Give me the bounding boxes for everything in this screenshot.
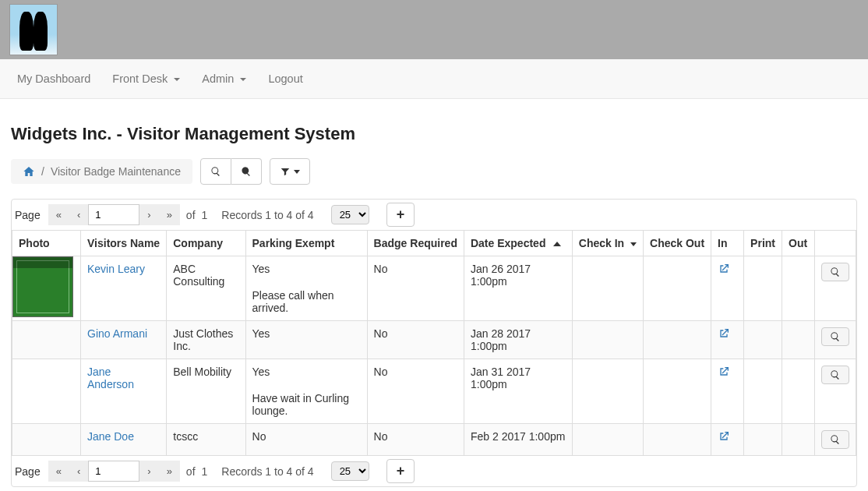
cell-check-out (644, 321, 711, 359)
cell-visitor-name: Kevin Leary (81, 256, 167, 321)
filter-button[interactable] (270, 158, 310, 185)
cell-company: tcscc (167, 424, 245, 456)
header-bar (0, 0, 868, 59)
col-visitors-name[interactable]: Visitors Name (81, 231, 167, 256)
pager-first-button[interactable]: « (48, 204, 69, 225)
cell-check-in (572, 321, 643, 359)
col-company[interactable]: Company (167, 231, 245, 256)
plus-icon: + (397, 207, 405, 222)
cell-badge-required: No (367, 321, 464, 359)
check-in-action-icon[interactable] (718, 327, 730, 340)
sort-asc-icon (553, 242, 561, 246)
cell-print (744, 321, 782, 359)
cell-out (782, 359, 815, 424)
chevron-down-icon (294, 170, 300, 174)
cell-check-in (572, 424, 643, 456)
pager-records-info: Records 1 to 4 of 4 (221, 209, 313, 221)
cell-in (711, 256, 744, 321)
col-check-in-label: Check In (579, 237, 624, 249)
cell-print (744, 424, 782, 456)
home-icon[interactable] (23, 165, 35, 178)
parking-exempt-value: Yes (252, 327, 361, 340)
cell-badge-required: No (367, 359, 464, 424)
page-title: Widgets Inc. - Visitor Management System (11, 124, 857, 144)
pager-total-prefix: of (186, 209, 196, 221)
pager-controls-bottom: « ‹ › » (48, 461, 180, 482)
view-detail-button[interactable] (821, 430, 849, 449)
col-check-out[interactable]: Check Out (644, 231, 711, 256)
view-detail-button[interactable] (821, 366, 849, 384)
logo (9, 4, 58, 55)
search-button[interactable] (200, 158, 231, 185)
check-in-action-icon[interactable] (718, 366, 730, 378)
zoom-in-icon (241, 166, 252, 177)
col-actions (815, 231, 856, 256)
nav-admin[interactable]: Admin (191, 61, 257, 97)
pager-prev-button[interactable]: ‹ (69, 204, 88, 225)
cell-photo (12, 359, 81, 424)
view-detail-button[interactable] (821, 327, 849, 346)
breadcrumb: / Visitor Badge Maintenance (11, 159, 192, 184)
pager-last-button[interactable]: » (159, 461, 180, 482)
pager-first-button[interactable]: « (48, 461, 69, 482)
pager-page-input[interactable] (88, 461, 139, 482)
cell-photo (12, 424, 81, 456)
cell-check-in (572, 256, 643, 321)
nav-logout[interactable]: Logout (257, 61, 313, 97)
pager-page-input[interactable] (88, 204, 139, 225)
parking-exempt-value: Yes (252, 366, 361, 378)
nav-my-dashboard[interactable]: My Dashboard (6, 61, 101, 97)
add-record-button[interactable]: + (386, 459, 415, 483)
cell-print (744, 359, 782, 424)
col-parking-exempt[interactable]: Parking Exempt (245, 231, 367, 256)
pager-controls-top: « ‹ › » (48, 204, 180, 225)
visitor-name-link[interactable]: Jane Doe (87, 430, 134, 443)
table-row: Jane DoetcsccNoNoFeb 2 2017 1:00pm (12, 424, 856, 456)
cell-photo (12, 256, 81, 321)
cell-parking-exempt: Yes (245, 321, 367, 359)
col-check-in[interactable]: Check In (572, 231, 643, 256)
pager-total-prefix: of (186, 465, 196, 478)
visitor-name-link[interactable]: Kevin Leary (87, 263, 145, 275)
pager-next-button[interactable]: › (139, 204, 158, 225)
cell-date-expected: Jan 26 2017 1:00pm (464, 256, 572, 321)
filter-icon (280, 166, 291, 177)
cell-in (711, 424, 744, 456)
view-detail-button[interactable] (821, 263, 849, 281)
check-in-action-icon[interactable] (718, 263, 730, 275)
pager-total-pages: 1 (202, 209, 208, 221)
pager-last-button[interactable]: » (159, 204, 180, 225)
cell-check-out (644, 424, 711, 456)
pager-page-size-select[interactable]: 25 (331, 461, 369, 481)
magnify-icon (830, 331, 841, 342)
add-record-button[interactable]: + (386, 203, 415, 227)
cell-visitor-name: Gino Armani (81, 321, 167, 359)
search-icon (210, 166, 221, 177)
pager-prev-button[interactable]: ‹ (69, 461, 88, 482)
chevron-down-icon (174, 78, 180, 81)
col-print[interactable]: Print (744, 231, 782, 256)
pager-next-button[interactable]: › (139, 461, 158, 482)
col-in[interactable]: In (711, 231, 744, 256)
parking-note: Please call when arrived. (252, 289, 361, 314)
col-out[interactable]: Out (782, 231, 815, 256)
cell-actions (815, 359, 856, 424)
zoom-in-button[interactable] (231, 158, 262, 185)
visitor-name-link[interactable]: Gino Armani (87, 327, 147, 340)
pager-page-size-select[interactable]: 25 (331, 205, 369, 224)
parking-exempt-value: Yes (252, 263, 361, 275)
check-in-action-icon[interactable] (718, 430, 730, 443)
col-photo[interactable]: Photo (12, 231, 81, 256)
pager-total-pages: 1 (202, 465, 208, 478)
cell-date-expected: Jan 28 2017 1:00pm (464, 321, 572, 359)
cell-photo (12, 321, 81, 359)
visitor-photo-thumb[interactable] (12, 256, 73, 317)
cell-actions (815, 321, 856, 359)
magnify-icon (830, 267, 841, 277)
col-badge-required[interactable]: Badge Required (367, 231, 464, 256)
visitor-name-link[interactable]: Jane Anderson (87, 366, 134, 390)
cell-badge-required: No (367, 424, 464, 456)
nav-front-desk[interactable]: Front Desk (101, 61, 191, 97)
col-date-expected[interactable]: Date Expected (464, 231, 572, 256)
plus-icon: + (397, 463, 405, 479)
